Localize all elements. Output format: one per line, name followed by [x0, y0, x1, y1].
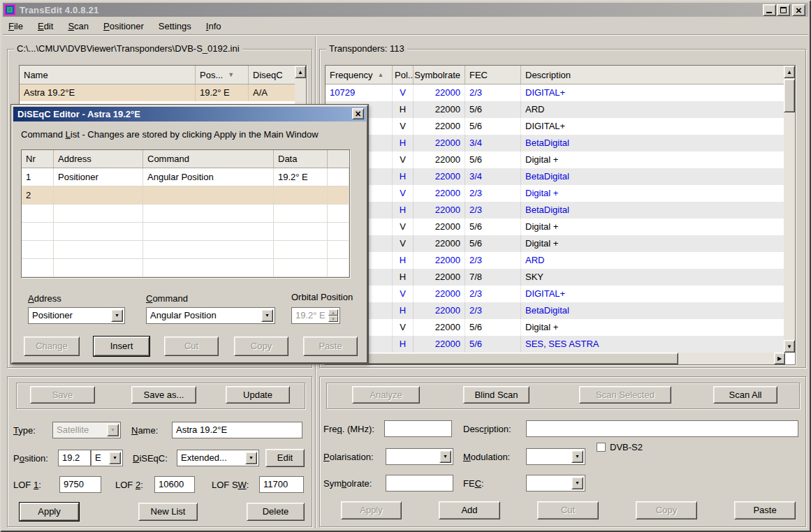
cut-button[interactable]: Cut [164, 337, 219, 356]
menu-item-settings[interactable]: Settings [154, 20, 196, 33]
close-button[interactable]: × [792, 4, 805, 16]
column-header-data[interactable]: Data [274, 150, 328, 168]
scan-all-button[interactable]: Scan All [713, 386, 777, 404]
command-row[interactable]: 2 [22, 186, 349, 205]
copy-transponder-button[interactable]: Copy [636, 501, 697, 519]
cell-description: ARD [521, 101, 785, 118]
menu-item-scan[interactable]: Scan [64, 20, 93, 33]
copy-button[interactable]: Copy [234, 337, 288, 356]
column-header-symbolrate[interactable]: Symbolrate [414, 66, 465, 84]
transponder-row[interactable]: H220005/6SES, SES ASTRA [326, 336, 785, 353]
transponder-row[interactable]: H220002/3BetaDigital [326, 302, 785, 319]
blind-scan-button[interactable]: Blind Scan [463, 386, 529, 404]
column-header-name[interactable]: Name [20, 66, 196, 84]
type-select[interactable]: Satellite ▼ [52, 422, 121, 438]
column-header-fec[interactable]: FEC [465, 66, 521, 84]
cell-pol: H [393, 168, 414, 185]
save-button[interactable]: Save [30, 386, 95, 404]
lofsw-input[interactable]: 11700 [259, 476, 304, 493]
polarisation-select[interactable]: ▼ [386, 448, 453, 465]
dialog-close-button[interactable]: × [352, 108, 364, 119]
name-input[interactable]: Astra 19.2°E [172, 422, 302, 438]
paste-button[interactable]: Paste [303, 337, 358, 356]
command-row[interactable] [22, 241, 349, 259]
column-header-description[interactable]: Description [521, 66, 785, 84]
transponder-row[interactable]: H220003/4BetaDigital [326, 135, 785, 152]
chevron-down-icon: ▼ [111, 309, 123, 322]
lof1-input[interactable]: 9750 [59, 476, 101, 493]
column-header-pos[interactable]: Pos...▼ [196, 66, 249, 84]
frequency-input[interactable] [384, 420, 452, 437]
transponder-row[interactable]: V220005/6Digital + [326, 319, 785, 336]
address-select[interactable]: Positioner ▼ [28, 307, 125, 324]
delete-button[interactable]: Delete [247, 503, 305, 521]
column-header-pol[interactable]: Pol... [393, 66, 414, 84]
column-header-nr[interactable]: Nr [22, 150, 54, 168]
position-input[interactable]: 19.2 [58, 450, 91, 466]
transponder-row[interactable]: V220002/3Digital + [326, 185, 785, 202]
insert-button[interactable]: Insert [94, 337, 149, 356]
apply-transponder-button[interactable]: Apply [341, 501, 402, 519]
lof2-input[interactable]: 10600 [154, 476, 195, 493]
fec-select[interactable]: ▼ [526, 475, 585, 492]
scroll-up-icon: ▲ [787, 69, 792, 75]
maximize-button[interactable] [777, 4, 790, 16]
analyze-button[interactable]: Analyze [352, 386, 420, 404]
menu-item-edit[interactable]: Edit [34, 20, 57, 33]
transponder-scroll-right-button[interactable]: ▶ [774, 353, 785, 364]
add-transponder-button[interactable]: Add [439, 501, 500, 519]
symbolrate-input[interactable] [386, 475, 453, 492]
menu-item-info[interactable]: Info [202, 20, 226, 33]
column-header-diseqc[interactable]: DiseqC [249, 66, 295, 84]
transponder-row[interactable]: V220005/6Digital + [326, 219, 785, 235]
transponder-row[interactable]: H220005/6ARD [326, 101, 785, 118]
paste-transponder-button[interactable]: Paste [734, 501, 796, 519]
edit-diseqc-button[interactable]: Edit [265, 449, 305, 467]
transponder-row[interactable]: H220002/3ARD [326, 252, 785, 269]
scan-selected-button[interactable]: Scan Selected [579, 386, 671, 404]
command-select[interactable]: Angular Position ▼ [146, 307, 275, 324]
transponder-row[interactable]: H220007/8SKY [326, 269, 785, 286]
scroll-up-icon: ▲ [298, 69, 303, 75]
change-button[interactable]: Change [24, 337, 80, 356]
cell-fec: 3/4 [465, 135, 521, 152]
orbital-position-spinner[interactable]: 19.2° E ▲ ▼ [291, 307, 340, 324]
menu-item-positioner[interactable]: Positioner [99, 20, 148, 33]
position-direction-select[interactable]: E ▼ [91, 450, 123, 466]
new-list-button[interactable]: New List [138, 503, 198, 521]
diseqc-select[interactable]: Extended... ▼ [177, 450, 259, 466]
transponder-row[interactable]: V220005/6DIGITAL+ [326, 118, 785, 135]
file-scroll-up-button[interactable]: ▲ [295, 66, 306, 78]
description-input[interactable] [526, 420, 798, 437]
command-row[interactable] [22, 223, 349, 241]
dvb-s2-checkbox[interactable] [597, 443, 606, 452]
transponder-row[interactable]: V220005/6Digital + [326, 152, 785, 168]
column-header-address[interactable]: Address [54, 150, 143, 168]
transponder-scroll-down-button[interactable]: ▼ [784, 340, 795, 353]
transponder-row[interactable]: H220003/4BetaDigital [326, 168, 785, 185]
update-button[interactable]: Update [226, 386, 290, 404]
apply-list-button[interactable]: Apply [20, 503, 79, 521]
transponder-hscroll-thumb[interactable] [326, 353, 678, 364]
command-row[interactable] [22, 259, 349, 277]
command-row[interactable]: 1PositionerAngular Position19.2° E [22, 168, 349, 186]
cell-pol: V [393, 84, 414, 101]
transponder-row[interactable]: V220002/3DIGITAL+ [326, 286, 785, 302]
spin-down-icon[interactable]: ▼ [328, 316, 338, 322]
command-label: Command [146, 293, 188, 304]
transponder-row[interactable]: V220005/6Digital + [326, 235, 785, 252]
transponder-row[interactable]: 10729V220002/3DIGITAL+ [326, 84, 785, 101]
column-header-command[interactable]: Command [143, 150, 274, 168]
modulation-select[interactable]: ▼ [526, 448, 585, 465]
transponder-row[interactable]: H220002/3BetaDigital [326, 202, 785, 219]
transponder-vscroll-thumb[interactable] [784, 79, 795, 112]
menu-item-file[interactable]: File [4, 20, 27, 33]
minimize-button[interactable] [763, 4, 776, 16]
column-header-frequency[interactable]: Frequency▲ [326, 66, 393, 84]
transponder-scroll-up-button[interactable]: ▲ [784, 66, 795, 78]
save-as-button[interactable]: Save as... [131, 386, 196, 404]
cell-symbolrate: 22000 [414, 336, 465, 353]
command-row[interactable] [22, 205, 349, 223]
file-list-row[interactable]: Astra 19.2°E19.2° EA/A [20, 84, 295, 101]
cut-transponder-button[interactable]: Cut [537, 501, 599, 519]
